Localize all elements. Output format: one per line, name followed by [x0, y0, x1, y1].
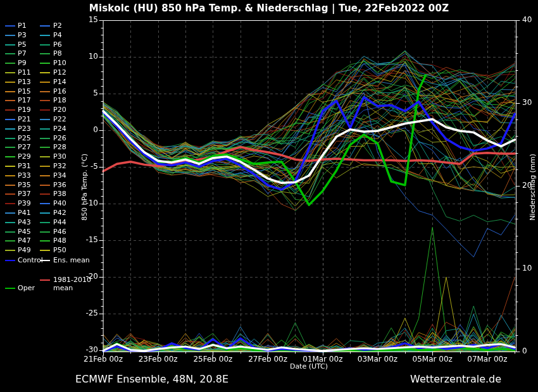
legend-line-swatch	[40, 91, 50, 92]
legend-label: P17	[18, 96, 31, 104]
legend-label: P27	[18, 143, 31, 151]
legend-line-swatch	[40, 193, 50, 195]
legend-line-swatch	[40, 156, 50, 157]
legend-line-swatch	[40, 231, 50, 233]
legend-line-swatch	[5, 147, 15, 148]
legend-label: Oper	[18, 284, 35, 292]
legend-line-swatch	[5, 240, 15, 242]
legend-label: P21	[18, 115, 31, 123]
legend-line-swatch	[5, 82, 15, 83]
legend-line-swatch	[40, 138, 50, 139]
legend-line-swatch	[5, 25, 15, 27]
legend-line-swatch	[40, 203, 50, 204]
legend-label: P25	[18, 134, 31, 142]
legend-item-climate-mean-line2: mean	[53, 284, 73, 292]
legend-line-swatch	[40, 222, 50, 223]
legend-label: Ens. mean	[53, 256, 90, 264]
legend-label: P15	[18, 87, 31, 95]
legend-line-swatch	[40, 279, 50, 281]
temp-tick-label: 15	[77, 15, 98, 24]
footer-model-info: ECMWF Ensemble, 48N, 20.8E	[75, 373, 228, 385]
date-tick-label: 01Mar 00z	[297, 355, 348, 364]
legend-line-swatch	[40, 119, 50, 120]
legend-line-swatch	[5, 156, 15, 157]
legend-label: P23	[18, 125, 31, 133]
legend-line-swatch	[5, 166, 15, 167]
legend-line-swatch	[5, 63, 15, 64]
legend-label: P10	[53, 59, 66, 67]
temp-tick-label: -10	[77, 199, 98, 207]
legend-label: P36	[53, 181, 66, 189]
footer-site-name: Wetterzentrale.de	[410, 373, 501, 385]
temp-tick-label: -25	[77, 309, 98, 317]
legend-line-swatch	[5, 175, 15, 176]
date-tick-label: 03Mar 00z	[353, 355, 403, 364]
legend-line-swatch	[5, 128, 15, 130]
legend-label: P26	[53, 134, 66, 142]
date-tick-label: 21Feb 00z	[78, 355, 128, 364]
legend-line-swatch	[5, 260, 15, 261]
legend-label: P33	[18, 171, 31, 180]
temp-tick-label: -20	[77, 272, 98, 281]
legend-label: P28	[53, 143, 66, 151]
legend-line-swatch	[40, 109, 50, 111]
legend-label: P48	[53, 236, 66, 245]
legend-line-swatch	[5, 100, 15, 101]
legend-label: P41	[18, 209, 31, 217]
legend-label: P34	[53, 171, 66, 180]
legend-label: P19	[18, 106, 31, 114]
legend-line-swatch	[5, 193, 15, 195]
precip-tick-label: 20	[522, 181, 538, 190]
legend-label: P32	[53, 162, 66, 170]
precip-tick-label: 0	[522, 346, 538, 355]
legend-label: P47	[18, 236, 31, 245]
legend-line-swatch	[40, 147, 50, 148]
legend-label: P4	[53, 31, 62, 39]
legend-line-swatch	[5, 35, 15, 36]
legend-label: P39	[18, 199, 31, 207]
legend-line-swatch	[40, 100, 50, 101]
date-tick-label: 23Feb 00z	[133, 355, 184, 364]
precip-tick-label: 40	[522, 15, 538, 24]
legend-line-swatch	[5, 212, 15, 214]
legend-label: P42	[53, 209, 66, 217]
legend-label: P5	[18, 40, 27, 49]
legend-line-swatch	[40, 44, 50, 46]
legend-label: P18	[53, 96, 66, 104]
temp-tick-label: 10	[77, 52, 98, 61]
legend-label: P30	[53, 152, 66, 161]
temp-tick-label: -5	[77, 162, 98, 171]
legend-line-swatch	[5, 119, 15, 120]
legend-line-swatch	[40, 240, 50, 242]
legend-line-swatch	[40, 63, 50, 64]
legend-line-swatch	[5, 138, 15, 139]
legend-line-swatch	[40, 128, 50, 130]
legend-label: P46	[53, 228, 66, 236]
legend-line-swatch	[5, 222, 15, 223]
legend-line-swatch	[40, 260, 50, 261]
legend-label: P44	[53, 218, 66, 226]
legend-line-swatch	[5, 72, 15, 73]
legend-line-swatch	[40, 185, 50, 186]
legend-label: P9	[18, 59, 27, 67]
legend-label: P16	[53, 87, 66, 95]
legend-line-swatch	[40, 25, 50, 27]
date-tick-label: 05Mar 00z	[407, 355, 458, 364]
legend-line-swatch	[40, 166, 50, 167]
legend-line-swatch	[40, 72, 50, 73]
legend-label: P13	[18, 78, 31, 86]
legend-line-swatch	[40, 250, 50, 251]
precip-tick-label: 30	[522, 98, 538, 107]
date-tick-label: 27Feb 00z	[242, 355, 293, 364]
temp-tick-label: 0	[77, 125, 98, 134]
legend-label: P1	[18, 21, 27, 30]
precip-tick-label: 10	[522, 264, 538, 273]
legend-label: P31	[18, 162, 31, 170]
legend-line-swatch	[5, 185, 15, 186]
legend-line-swatch	[5, 109, 15, 111]
legend-label: P50	[53, 246, 66, 254]
legend-line-swatch	[40, 212, 50, 214]
legend-label: P20	[53, 106, 66, 114]
date-tick-label: 07Mar 00z	[462, 355, 513, 364]
temp-tick-label: 5	[77, 89, 98, 97]
